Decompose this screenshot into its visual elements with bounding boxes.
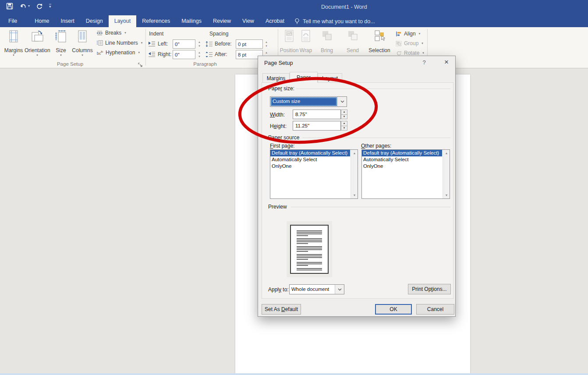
other-pages-listbox[interactable]: Default tray (Automatically Select) Auto… xyxy=(361,149,450,199)
breaks-button[interactable]: Breaks ▾ xyxy=(96,30,126,36)
list-item[interactable]: Automatically Select xyxy=(362,156,450,163)
save-icon xyxy=(6,3,13,10)
scroll-up-icon[interactable]: ▲ xyxy=(351,150,358,156)
cancel-button[interactable]: Cancel xyxy=(416,304,454,315)
tab-view[interactable]: View xyxy=(237,15,260,27)
scroll-down-icon[interactable]: ▼ xyxy=(351,192,358,198)
height-label: Height: xyxy=(270,123,287,129)
width-spin-up[interactable]: ▲ xyxy=(341,110,347,115)
paragraph-group-label: Paragraph xyxy=(183,61,227,67)
spacing-after-label: After: xyxy=(215,50,227,59)
orientation-button[interactable]: Orientation ▾ xyxy=(25,28,50,59)
dialog-tab-layout[interactable]: Layout xyxy=(318,73,342,83)
dialog-help-button[interactable]: ? xyxy=(420,59,428,66)
selection-pane-button[interactable]: Selection xyxy=(366,28,393,59)
dialog-tab-margins[interactable]: Margins xyxy=(262,73,290,83)
scroll-down-icon[interactable]: ▼ xyxy=(443,192,450,198)
margins-icon xyxy=(8,30,19,44)
group-separator xyxy=(145,29,146,66)
paper-source-group-label: Paper source xyxy=(268,134,299,141)
dialog-close-button[interactable]: × xyxy=(441,58,452,67)
bring-forward-icon xyxy=(321,30,333,43)
spacing-before-spinner[interactable]: ▲▼ xyxy=(264,39,269,49)
list-item[interactable]: OnlyOne xyxy=(362,163,450,170)
indent-right-spinner[interactable]: ▲▼ xyxy=(197,50,202,59)
tab-references[interactable]: References xyxy=(136,15,176,27)
hyphenation-button[interactable]: bc a- Hyphenation ▾ xyxy=(96,50,140,56)
paper-size-value: Custom size xyxy=(271,97,337,106)
selection-pane-icon xyxy=(373,30,386,43)
list-item[interactable]: Default tray (Automatically Select) xyxy=(270,150,350,156)
indent-right-icon xyxy=(148,51,156,58)
title-bar: ▾ ▾ Document1 - Word xyxy=(0,0,588,15)
tab-mailings[interactable]: Mailings xyxy=(176,15,207,27)
align-icon xyxy=(396,31,402,37)
height-spin-up[interactable]: ▲ xyxy=(341,121,347,126)
preview-panel xyxy=(287,221,332,277)
tab-review[interactable]: Review xyxy=(207,15,237,27)
rotate-button: Rotate ▾ xyxy=(396,50,424,56)
list-item[interactable]: Default tray (Automatically Select) xyxy=(362,150,442,156)
align-button[interactable]: Align ▾ xyxy=(396,31,420,37)
print-options-button[interactable]: Print Options... xyxy=(408,284,451,294)
indent-left-field[interactable] xyxy=(173,39,195,49)
preview-page xyxy=(290,225,329,274)
status-bar-strip xyxy=(0,373,588,375)
spacing-before-label: Before: xyxy=(215,39,232,49)
apply-to-dropdown-button[interactable] xyxy=(335,285,344,294)
paper-size-dropdown-button[interactable] xyxy=(337,97,347,106)
width-field[interactable] xyxy=(293,110,341,119)
preview-group-label: Preview xyxy=(268,204,287,210)
tab-acrobat[interactable]: Acrobat xyxy=(260,15,290,27)
indent-left-icon xyxy=(148,41,156,47)
group-divider xyxy=(291,207,450,207)
columns-button[interactable]: Columns ▾ xyxy=(71,28,94,59)
redo-icon xyxy=(36,3,43,10)
indent-right-label: Right: xyxy=(158,50,171,59)
undo-icon xyxy=(19,3,27,10)
paper-size-dropdown[interactable]: Custom size xyxy=(270,96,347,107)
width-spin-down[interactable]: ▼ xyxy=(341,115,347,120)
first-page-listbox[interactable]: Default tray (Automatically Select) Auto… xyxy=(270,149,358,199)
preview-text-lines xyxy=(291,226,328,273)
scroll-up-icon[interactable]: ▲ xyxy=(443,150,450,156)
list-item[interactable]: Automatically Select xyxy=(270,156,358,163)
group-divider xyxy=(296,88,450,89)
save-button[interactable] xyxy=(6,3,13,10)
dialog-tab-paper[interactable]: Paper xyxy=(290,72,318,83)
line-numbers-button[interactable]: Line Numbers ▾ xyxy=(96,40,142,46)
send-backward-button: Send xyxy=(344,28,362,59)
height-field[interactable] xyxy=(293,121,341,131)
ok-button[interactable]: OK xyxy=(375,304,412,315)
other-pages-scrollbar[interactable]: ▲ ▼ xyxy=(443,150,450,198)
tab-home[interactable]: Home xyxy=(29,15,55,27)
size-button[interactable]: Size ▾ xyxy=(52,28,70,59)
indent-left-spinner[interactable]: ▲▼ xyxy=(197,39,202,49)
undo-button[interactable]: ▾ xyxy=(19,3,30,10)
apply-to-label: Apply to: xyxy=(268,287,289,293)
position-icon xyxy=(284,30,294,43)
tab-layout[interactable]: Layout xyxy=(109,15,137,27)
first-page-scrollbar[interactable]: ▲ ▼ xyxy=(351,150,358,198)
list-item[interactable]: OnlyOne xyxy=(270,163,358,170)
tell-me-box[interactable]: Tell me what you want to do... xyxy=(290,15,379,27)
redo-button[interactable] xyxy=(36,3,43,10)
margins-button[interactable]: Margins ▾ xyxy=(4,28,24,59)
page-setup-dialog-launcher[interactable] xyxy=(138,61,144,67)
line-numbers-icon xyxy=(96,40,103,46)
tab-file[interactable]: File xyxy=(3,15,23,27)
apply-to-dropdown[interactable]: Whole document xyxy=(289,284,344,294)
spacing-before-field[interactable] xyxy=(236,39,263,49)
tell-me-label: Tell me what you want to do... xyxy=(303,18,375,25)
set-as-default-button[interactable]: Set As Default xyxy=(262,304,301,315)
undo-dropdown-caret[interactable]: ▾ xyxy=(28,4,30,8)
wrap-text-icon xyxy=(301,30,311,43)
window-title: Document1 - Word xyxy=(321,4,367,10)
indent-right-field[interactable] xyxy=(173,50,195,59)
send-backward-icon xyxy=(347,30,358,43)
customize-qat-caret[interactable]: ▾ xyxy=(49,4,51,8)
height-spin-down[interactable]: ▼ xyxy=(341,126,347,131)
tab-insert[interactable]: Insert xyxy=(55,15,80,27)
tab-design[interactable]: Design xyxy=(80,15,109,27)
spacing-section-label: Spacing xyxy=(209,31,228,37)
